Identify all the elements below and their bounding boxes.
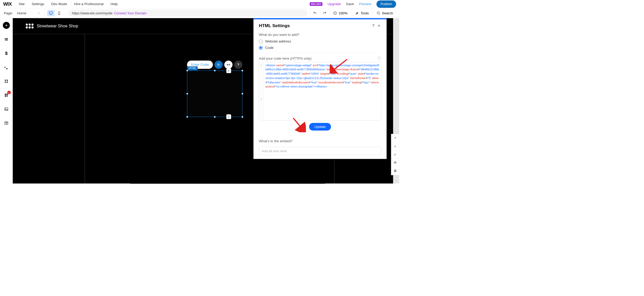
svg-point-2 xyxy=(59,14,59,14)
design-button[interactable]: A xyxy=(3,64,10,71)
add-element-button[interactable] xyxy=(3,22,10,29)
mobile-view-button[interactable] xyxy=(55,10,63,16)
element-download-button-2[interactable] xyxy=(226,114,231,119)
search-button[interactable]: Search xyxy=(373,8,397,18)
design-icon: A xyxy=(4,65,8,69)
alt-text-input[interactable] xyxy=(259,147,381,155)
redo-button[interactable] xyxy=(320,8,329,18)
wix-logo[interactable]: WIX xyxy=(3,1,12,7)
publish-button[interactable]: Publish xyxy=(376,1,396,8)
site-logo[interactable]: Streetwear Shoe Shop xyxy=(25,23,78,29)
menu-site[interactable]: Site xyxy=(19,2,25,6)
close-icon xyxy=(377,24,380,27)
svg-rect-9 xyxy=(6,53,7,54)
svg-point-24 xyxy=(26,26,28,28)
menu-devmode[interactable]: Dev Mode xyxy=(51,2,67,6)
element-settings-button[interactable] xyxy=(214,61,223,69)
page-dropdown[interactable]: Home xyxy=(17,11,42,15)
svg-rect-12 xyxy=(7,80,8,81)
element-stretch-button[interactable] xyxy=(224,61,232,69)
question-icon: ? xyxy=(237,63,239,67)
pencil-icon xyxy=(394,153,397,156)
svg-rect-7 xyxy=(5,40,8,40)
svg-rect-17 xyxy=(5,95,6,97)
resize-handle-tl[interactable] xyxy=(186,70,188,71)
grid-icon xyxy=(4,121,8,125)
sections-button[interactable] xyxy=(3,36,10,43)
content-button[interactable] xyxy=(3,119,10,126)
svg-rect-11 xyxy=(5,80,6,81)
svg-rect-0 xyxy=(49,12,53,14)
sections-icon xyxy=(4,37,8,41)
media-button[interactable] xyxy=(3,106,10,113)
resize-handle-b[interactable] xyxy=(214,116,216,118)
image-icon xyxy=(4,107,8,111)
svg-rect-8 xyxy=(6,53,7,53)
add-type-question: What do you want to add? xyxy=(259,33,381,37)
dock-arrow-down[interactable] xyxy=(391,142,399,150)
apps-button[interactable] xyxy=(3,78,10,85)
gear-icon xyxy=(217,63,221,67)
svg-rect-14 xyxy=(7,82,8,83)
canvas[interactable]: Streetwear Shoe Shop Home Shop 0) on: We… xyxy=(13,18,399,184)
code-editor[interactable]: 1 2 <iframe name="opinionstage-widget" s… xyxy=(259,62,381,120)
svg-point-26 xyxy=(31,26,33,28)
editor-toolbar: Page: Home https://www.wix.com/mysite Co… xyxy=(0,8,399,18)
plus-icon xyxy=(4,24,8,27)
arrow-up-icon xyxy=(394,137,397,139)
menu-left: WIX Site Settings Dev Mode Hire a Profes… xyxy=(3,1,118,7)
resize-handle-bl[interactable] xyxy=(186,116,188,118)
radio-icon xyxy=(259,46,263,50)
pages-button[interactable] xyxy=(3,50,10,57)
menu-hire[interactable]: Hire a Professional xyxy=(74,2,104,6)
resize-handle-l[interactable] xyxy=(186,93,188,95)
svg-point-25 xyxy=(29,26,31,28)
desktop-view-button[interactable] xyxy=(47,10,55,16)
save-button[interactable]: Save xyxy=(346,2,354,6)
upgrade-link[interactable]: Upgrade xyxy=(327,2,341,6)
preview-button[interactable]: Preview xyxy=(359,2,371,6)
wrench-icon xyxy=(355,11,359,15)
menu-settings[interactable]: Settings xyxy=(32,2,44,6)
dock-edit[interactable] xyxy=(391,150,399,159)
business-button[interactable]: 1 xyxy=(3,92,10,98)
connect-domain-link[interactable]: Connect Your Domain xyxy=(114,11,146,15)
alt-question: What's in the embed? xyxy=(259,139,381,143)
undo-button[interactable] xyxy=(310,8,320,18)
radio-code[interactable]: Code xyxy=(259,46,381,50)
menu-help[interactable]: Help xyxy=(110,2,118,6)
left-sidebar: A 1 xyxy=(0,18,13,184)
element-help-button[interactable]: ? xyxy=(234,61,242,69)
mobile-icon xyxy=(58,11,61,15)
tools-menu[interactable]: Tools xyxy=(351,8,372,18)
zoom-value: 100% xyxy=(338,11,347,15)
info-button[interactable]: i xyxy=(377,57,381,60)
radio-website-address[interactable]: Website address xyxy=(259,39,381,43)
site-url: https://www.wix.com/mysite xyxy=(72,11,112,15)
dock-copy[interactable] xyxy=(391,167,399,175)
resize-handle-tr[interactable] xyxy=(241,70,243,71)
panel-help-button[interactable]: ? xyxy=(370,23,376,28)
svg-text:A: A xyxy=(4,66,6,69)
url-bar[interactable]: https://www.wix.com/mysite Connect Your … xyxy=(68,10,308,17)
element-download-button[interactable] xyxy=(226,68,231,73)
apps-icon xyxy=(4,79,8,83)
panel-title: HTML Settings xyxy=(259,23,370,28)
logo-icon xyxy=(25,23,34,29)
html-embed-element[interactable]: HTML xyxy=(187,70,243,117)
site-name: Streetwear Shoe Shop xyxy=(37,24,78,28)
arrows-horizontal-icon xyxy=(227,63,231,67)
resize-handle-r[interactable] xyxy=(241,93,243,95)
update-button[interactable]: Update xyxy=(309,123,331,131)
search-icon xyxy=(377,11,380,15)
notification-badge: 1 xyxy=(7,91,11,94)
dock-arrow-up[interactable] xyxy=(391,134,399,142)
zoom-control[interactable]: 100% xyxy=(329,8,351,18)
svg-point-22 xyxy=(29,24,31,26)
code-content[interactable]: <iframe name="opinionstage-widget" src="… xyxy=(264,62,381,120)
panel-close-button[interactable] xyxy=(376,23,382,28)
copy-icon xyxy=(394,169,397,172)
dock-layers[interactable] xyxy=(391,159,399,167)
resize-handle-t[interactable] xyxy=(214,70,216,71)
resize-handle-br[interactable] xyxy=(241,116,243,118)
